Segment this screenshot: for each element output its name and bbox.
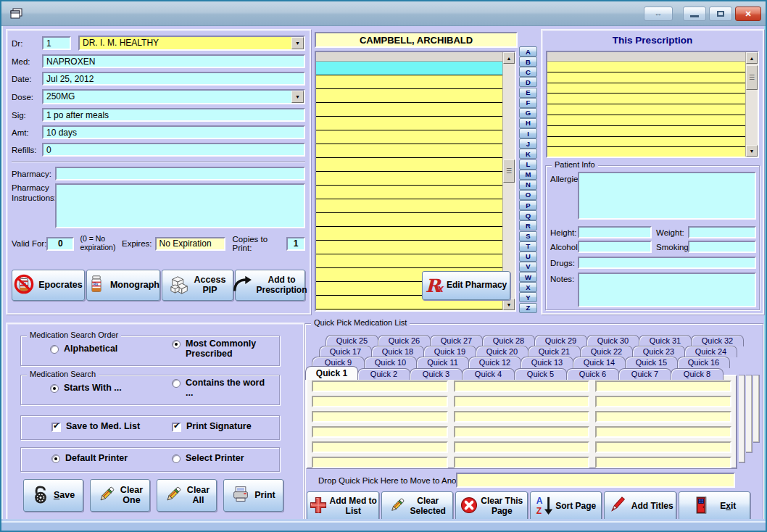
quick-pick-slot[interactable] [312,396,448,407]
exit-button[interactable]: Exit [679,491,751,521]
patient-list-row[interactable] [316,199,502,213]
tab-quick-1[interactable]: Quick 1 [305,366,358,380]
dose-dropdown-arrow-icon[interactable]: ▼ [291,91,304,103]
amt-input[interactable] [42,125,305,139]
save-to-med-list-checkbox[interactable]: Save to Med. List [51,421,140,432]
quick-pick-slot[interactable] [312,426,448,438]
letter-button-r[interactable]: R [519,220,537,230]
quick-pick-slot[interactable] [595,426,731,438]
select-printer-radio[interactable]: Select Printer [172,453,244,463]
scroll-up-icon[interactable]: ▲ [503,52,515,64]
sig-input[interactable] [42,108,305,122]
letter-button-w[interactable]: W [519,272,537,282]
patient-list-row[interactable] [316,103,502,117]
copies-input[interactable] [286,237,305,251]
patient-list-row[interactable] [316,130,502,144]
smoking-input[interactable] [688,241,756,253]
epocrates-button[interactable]: Rx Epocrates [12,270,85,301]
this-prescription-scroll-thumb[interactable]: ☰ [746,65,758,90]
letter-button-y[interactable]: Y [519,292,537,302]
patient-list-row[interactable] [316,158,502,172]
patient-list-row[interactable] [316,186,502,199]
alphabetical-radio[interactable]: Alphabetical [50,344,117,354]
letter-button-h[interactable]: H [519,118,537,128]
letter-button-m[interactable]: M [519,170,537,180]
title-bar[interactable]: ⇔ ✕ [1,1,766,26]
starts-with-radio[interactable]: Starts With ... [50,383,122,393]
close-button[interactable]: ✕ [735,7,761,21]
this-prescription-row[interactable] [547,147,745,158]
this-prescription-scrollbar[interactable]: ▲ ☰ ▼ [745,52,758,157]
dose-select[interactable]: 250MG ▼ [42,89,305,104]
date-input[interactable] [42,72,305,86]
quick-pick-slot[interactable] [454,381,590,392]
edit-pharmacy-button[interactable]: Rx Edit Pharmacy [422,271,510,300]
letter-button-j[interactable]: J [519,138,537,149]
patient-list-row[interactable] [316,227,502,241]
tab-quick-2[interactable]: Quick 2 [357,368,410,380]
height-input[interactable] [578,226,652,238]
patient-list-row[interactable] [316,144,502,158]
quick-pick-slot[interactable] [454,426,590,438]
checkbox-icon[interactable] [172,423,181,432]
add-med-to-list-button[interactable]: Add Med toList [307,491,379,521]
this-prescription-list[interactable]: ▲ ☰ ▼ [546,51,759,158]
tab-quick-3[interactable]: Quick 3 [410,368,463,380]
letter-button-c[interactable]: C [519,67,537,77]
dr-number-input[interactable] [42,36,71,50]
letter-button-k[interactable]: K [519,149,537,159]
pharmacy-instructions-textarea[interactable] [55,183,305,228]
scroll-down-icon[interactable]: ▼ [746,145,758,157]
radio-icon[interactable] [50,384,59,393]
patient-list-row[interactable] [316,213,502,227]
drugs-input[interactable] [578,257,756,269]
letter-button-d[interactable]: D [519,77,537,87]
clear-all-button[interactable]: ClearAll [157,479,217,512]
patient-list-row[interactable] [316,117,502,130]
save-button[interactable]: Save [23,479,83,512]
letter-button-x[interactable]: X [519,282,537,292]
dr-dropdown-arrow-icon[interactable]: ▼ [291,37,304,49]
print-signature-checkbox[interactable]: Print Signature [172,421,252,432]
quick-pick-slot[interactable] [595,411,731,423]
refills-input[interactable] [42,143,305,157]
this-prescription-row[interactable] [547,104,745,115]
dr-name-select[interactable]: DR. I. M. HEALTHY ▼ [78,36,305,51]
letter-button-n[interactable]: N [519,180,537,190]
allergies-textarea[interactable] [578,172,756,220]
checkbox-icon[interactable] [51,423,61,432]
patient-list-row[interactable] [316,172,502,186]
this-prescription-row[interactable] [547,83,745,94]
letter-button-p[interactable]: P [519,200,537,210]
patient-list-row[interactable] [316,89,502,103]
letter-button-u[interactable]: U [519,252,537,262]
maximize-button[interactable] [709,7,732,21]
most-common-radio[interactable]: Most Commonly Prescribed [172,338,280,359]
alcohol-input[interactable] [578,241,652,253]
pharmacy-input[interactable] [55,167,305,180]
patient-list-row[interactable] [316,75,502,89]
tab-quick-6[interactable]: Quick 6 [566,368,619,380]
tab-quick-5[interactable]: Quick 5 [514,368,567,380]
monograph-button[interactable]: Rx Monograph [86,270,160,301]
quick-pick-slot[interactable] [312,381,448,392]
quick-pick-slot[interactable] [454,411,590,423]
quick-pick-slot[interactable] [454,396,590,407]
clear-selected-button[interactable]: ClearSelected [381,491,454,521]
radio-icon[interactable] [51,454,60,463]
tab-quick-4[interactable]: Quick 4 [462,368,515,380]
resize-button[interactable]: ⇔ [644,7,673,21]
radio-icon[interactable] [172,379,181,388]
quick-pick-slot[interactable] [312,411,448,423]
letter-button-v[interactable]: V [519,262,537,272]
this-prescription-row[interactable] [547,93,745,104]
letter-button-t[interactable]: T [519,241,537,252]
quick-pick-slot[interactable] [595,441,731,453]
quick-pick-slot[interactable] [595,457,731,468]
drop-quick-pick-input[interactable] [456,473,735,488]
letter-button-q[interactable]: Q [519,210,537,220]
clear-this-page-button[interactable]: Clear ThisPage [455,491,528,521]
letter-button-i[interactable]: I [519,128,537,138]
contains-radio[interactable]: Contains the word ... [172,378,265,399]
scroll-up-icon[interactable]: ▲ [746,52,758,64]
